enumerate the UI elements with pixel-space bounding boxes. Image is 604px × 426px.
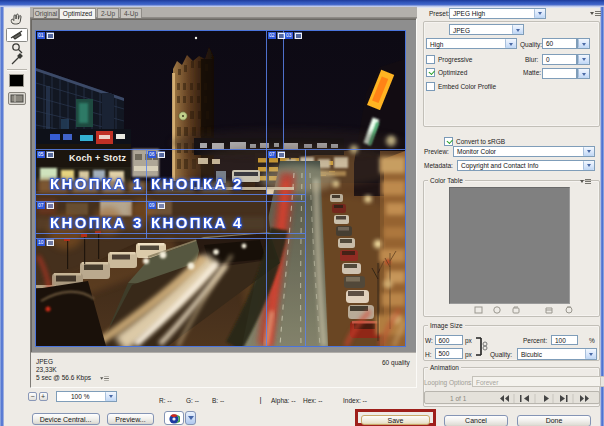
svg-text:КНОПКА: КНОПКА: [151, 214, 228, 231]
svg-text:КНОПКА: КНОПКА: [50, 214, 127, 231]
svg-text:2: 2: [233, 175, 244, 192]
svg-text:Koch + Stotz: Koch + Stotz: [69, 153, 126, 163]
svg-text:3: 3: [133, 214, 144, 231]
svg-text:КНОПКА: КНОПКА: [50, 175, 127, 192]
svg-text:4: 4: [233, 214, 244, 231]
svg-text:КНОПКА: КНОПКА: [151, 175, 228, 192]
svg-text:1: 1: [133, 175, 144, 192]
